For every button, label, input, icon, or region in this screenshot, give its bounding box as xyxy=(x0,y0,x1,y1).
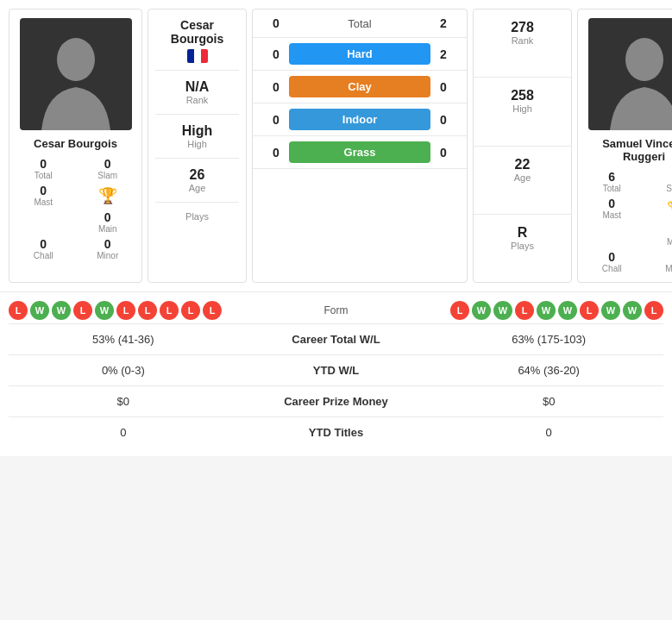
right-player-card: Samuel Vincent Ruggeri 6 Total 0 Slam 0 … xyxy=(577,9,672,283)
center-age: 26 Age xyxy=(155,158,239,202)
grass-row: 0 Grass 0 xyxy=(253,136,467,169)
right-player-silhouette xyxy=(601,35,673,130)
table-row: $0Career Prize Money$0 xyxy=(9,386,663,417)
form-badges-right: LWWLWWLWWL xyxy=(388,301,664,320)
surface-section: 0 Total 2 0 Hard 2 0 Clay 0 0 Indoor 0 xyxy=(252,9,468,283)
right-player-name: Samuel Vincent Ruggeri xyxy=(583,137,672,163)
table-cell-right: $0 xyxy=(434,386,663,417)
left-flag xyxy=(187,49,208,63)
table-cell-label: Career Prize Money xyxy=(238,386,435,417)
main-container: Cesar Bourgois 0 Total 0 Slam 0 Mast 🏆 xyxy=(0,0,672,456)
players-section: Cesar Bourgois 0 Total 0 Slam 0 Mast 🏆 xyxy=(0,0,672,291)
form-section: LWWLWLLLLL Form LWWLWWLWWL 53% (41-36)Ca… xyxy=(0,291,672,456)
form-badges-left: LWWLWLLLLL xyxy=(9,301,285,320)
form-badge: L xyxy=(73,301,92,320)
table-cell-left: 0% (0-3) xyxy=(9,355,238,386)
table-cell-right: 64% (36-20) xyxy=(434,355,663,386)
form-badge: W xyxy=(558,301,577,320)
form-row: LWWLWLLLLL Form LWWLWWLWWL xyxy=(9,301,663,320)
left-total-stat: 0 Total xyxy=(15,157,72,180)
form-badge: W xyxy=(623,301,642,320)
svg-point-0 xyxy=(57,38,95,81)
form-badge: W xyxy=(493,301,512,320)
right-plays: R Plays xyxy=(474,215,571,282)
table-cell-left: 0 xyxy=(9,417,238,448)
left-trophy: 🏆 xyxy=(79,184,137,207)
left-player-center-name: Cesar Bourgois xyxy=(155,18,239,46)
table-row: 0YTD Titles0 xyxy=(9,417,663,448)
table-cell-right: 0 xyxy=(434,417,663,448)
form-badge: L xyxy=(138,301,157,320)
left-player-name: Cesar Bourgois xyxy=(34,137,117,150)
center-stats-card: Cesar Bourgois N/A Rank High High 26 Age xyxy=(148,9,247,283)
left-main-stat: 0 Main xyxy=(79,210,137,234)
right-main-stat: 0 Main xyxy=(648,223,673,247)
right-player-stats: 6 Total 0 Slam 0 Mast 🏆 0 Main xyxy=(583,170,672,273)
center-rank: N/A Rank xyxy=(155,70,239,114)
table-cell-label: YTD Titles xyxy=(238,417,435,448)
clay-row: 0 Clay 0 xyxy=(253,71,467,103)
hard-row: 0 Hard 2 xyxy=(253,38,467,71)
left-slam-stat: 0 Slam xyxy=(79,157,137,180)
form-label: Form xyxy=(285,304,388,316)
table-cell-label: YTD W/L xyxy=(238,355,435,386)
form-badge: W xyxy=(601,301,620,320)
right-stats-card: 278 Rank 258 High 22 Age R Plays xyxy=(473,9,572,283)
left-chall-stat: 0 Chall xyxy=(15,237,72,260)
svg-point-1 xyxy=(625,38,663,81)
table-row: 0% (0-3)YTD W/L64% (36-20) xyxy=(9,355,663,386)
form-badge: W xyxy=(52,301,71,320)
left-flag-row xyxy=(187,49,208,63)
left-player-card: Cesar Bourgois 0 Total 0 Slam 0 Mast 🏆 xyxy=(9,9,142,283)
form-badge: W xyxy=(472,301,491,320)
right-total-stat: 6 Total xyxy=(583,170,641,193)
center-plays: Plays xyxy=(155,202,239,230)
left-mast-stat: 0 Mast xyxy=(15,184,72,207)
right-high: 258 High xyxy=(474,78,571,146)
left-player-silhouette xyxy=(33,35,119,130)
trophy-icon-right: 🏆 xyxy=(667,199,672,218)
table-cell-left: $0 xyxy=(9,386,238,417)
right-slam-stat: 0 Slam xyxy=(648,170,673,193)
trophy-icon-left: 🏆 xyxy=(98,186,117,205)
form-badge: L xyxy=(450,301,469,320)
form-badge: L xyxy=(203,301,222,320)
left-player-avatar xyxy=(20,18,132,130)
left-minor-stat: 0 Minor xyxy=(79,237,137,260)
form-badge: W xyxy=(95,301,114,320)
form-badge: L xyxy=(181,301,200,320)
indoor-row: 0 Indoor 0 xyxy=(253,103,467,136)
form-badge: W xyxy=(30,301,49,320)
form-badge: L xyxy=(580,301,599,320)
form-badge: L xyxy=(160,301,179,320)
table-row: 53% (41-36)Career Total W/L63% (175-103) xyxy=(9,324,663,355)
right-player-avatar xyxy=(588,18,673,130)
stats-table: 53% (41-36)Career Total W/L63% (175-103)… xyxy=(9,323,663,448)
form-badge: W xyxy=(537,301,556,320)
right-trophy: 🏆 xyxy=(648,197,673,220)
right-age: 22 Age xyxy=(474,147,571,215)
form-badge: L xyxy=(515,301,534,320)
left-player-stats: 0 Total 0 Slam 0 Mast 🏆 0 Main xyxy=(15,157,136,260)
right-chall-stat: 0 Chall xyxy=(583,250,641,273)
center-high: High High xyxy=(155,114,239,158)
form-badge: L xyxy=(116,301,135,320)
right-rank: 278 Rank xyxy=(474,9,571,78)
right-mast-stat: 0 Mast xyxy=(583,197,641,220)
table-cell-label: Career Total W/L xyxy=(238,324,435,355)
right-minor-stat: 6 Minor xyxy=(648,250,673,273)
table-cell-right: 63% (175-103) xyxy=(434,324,663,355)
form-badge: L xyxy=(644,301,663,320)
total-row: 0 Total 2 xyxy=(253,9,467,38)
table-cell-left: 53% (41-36) xyxy=(9,324,238,355)
form-badge: L xyxy=(9,301,28,320)
